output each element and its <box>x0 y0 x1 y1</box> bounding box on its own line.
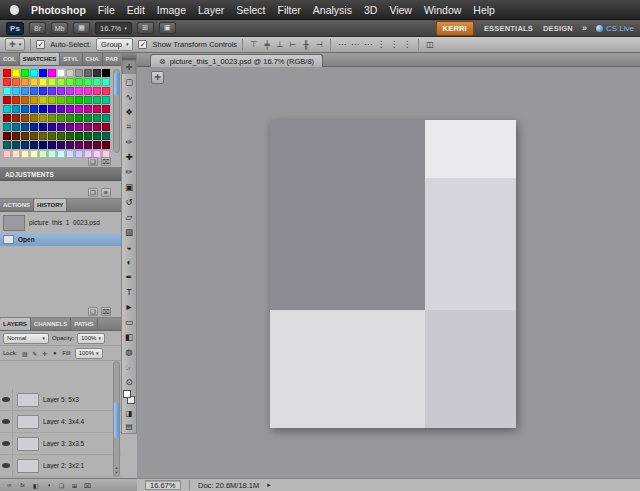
color-swatch[interactable] <box>57 141 65 149</box>
color-swatch[interactable] <box>66 141 74 149</box>
color-swatch[interactable] <box>102 132 110 140</box>
menu-item-photoshop[interactable]: Photoshop <box>25 4 92 16</box>
color-swatch[interactable] <box>30 105 38 113</box>
layer-effects-icon[interactable]: fx <box>18 480 27 490</box>
color-swatch[interactable] <box>12 78 20 86</box>
color-swatch[interactable] <box>48 141 56 149</box>
screen-mode-toggle-button[interactable]: ▤ <box>122 420 136 433</box>
layer-row[interactable]: Layer 3: 3x3.5 <box>0 433 121 455</box>
color-swatch[interactable] <box>93 141 101 149</box>
color-swatch[interactable] <box>12 69 20 77</box>
color-swatch[interactable] <box>30 123 38 131</box>
pen-tool[interactable]: ✒ <box>122 269 136 284</box>
color-swatch[interactable] <box>48 105 56 113</box>
menu-item-help[interactable]: Help <box>467 4 501 16</box>
color-swatch[interactable] <box>21 114 29 122</box>
color-swatch[interactable] <box>12 105 20 113</box>
color-swatch[interactable] <box>30 69 38 77</box>
panel-tab-col[interactable]: COL <box>0 53 20 65</box>
brush-tool[interactable]: ✏ <box>122 164 136 179</box>
align-vertical-centers-icon[interactable]: ╪ <box>261 39 273 51</box>
distribute-top-edges-icon[interactable]: ⋯ <box>336 39 348 51</box>
color-swatch[interactable] <box>39 114 47 122</box>
color-swatch[interactable] <box>21 123 29 131</box>
color-swatch[interactable] <box>84 105 92 113</box>
adjustments-menu-icon[interactable]: ≡ <box>101 188 111 197</box>
color-swatch[interactable] <box>66 105 74 113</box>
quick-mask-mode-button[interactable]: ◨ <box>122 407 136 420</box>
color-swatch[interactable] <box>93 123 101 131</box>
crop-tool[interactable]: ⌗ <box>122 119 136 134</box>
color-swatch[interactable] <box>12 132 20 140</box>
distribute-vertical-centers-icon[interactable]: ⋯ <box>349 39 361 51</box>
launch-mini-bridge-button[interactable]: Mb <box>51 22 68 34</box>
color-swatch[interactable] <box>48 114 56 122</box>
color-swatch[interactable] <box>48 87 56 95</box>
distribute-bottom-edges-icon[interactable]: ⋯ <box>362 39 374 51</box>
panel-tab-swatches[interactable]: SWATCHES <box>20 53 61 65</box>
color-swatch[interactable] <box>39 123 47 131</box>
color-swatch[interactable] <box>66 69 74 77</box>
color-swatch[interactable] <box>3 78 11 86</box>
gradient-tool[interactable]: ▨ <box>122 224 136 239</box>
cs-live-button[interactable]: CS Live <box>596 24 634 33</box>
color-swatch[interactable] <box>39 69 47 77</box>
history-entry[interactable]: picture_this_1_0023.psd <box>0 212 121 233</box>
lock-image-pixels-icon[interactable]: ✎ <box>30 348 39 358</box>
layer-visibility-toggle[interactable] <box>0 455 13 476</box>
color-swatch[interactable] <box>93 132 101 140</box>
color-swatch[interactable] <box>102 105 110 113</box>
history-entry[interactable]: Open <box>0 233 121 246</box>
color-swatch[interactable] <box>84 132 92 140</box>
layer-visibility-toggle[interactable] <box>0 411 13 432</box>
lock-position-icon[interactable]: ✛ <box>40 348 49 358</box>
color-swatch[interactable] <box>75 123 83 131</box>
color-swatch[interactable] <box>21 96 29 104</box>
color-swatch[interactable] <box>48 132 56 140</box>
3d-object-rotate-tool[interactable]: ◧ <box>122 329 136 344</box>
color-swatch[interactable] <box>48 78 56 86</box>
color-swatch[interactable] <box>66 78 74 86</box>
quick-selection-tool[interactable]: ❖ <box>122 104 136 119</box>
new-snapshot-icon[interactable]: ❏ <box>88 307 98 316</box>
color-swatch[interactable] <box>39 105 47 113</box>
status-zoom-field[interactable]: 16.67% <box>145 480 181 490</box>
align-right-edges-icon[interactable]: ⊣ <box>313 39 325 51</box>
color-swatch[interactable] <box>48 150 56 158</box>
delete-layer-icon[interactable]: ⌧ <box>83 480 92 490</box>
adjustments-panel-tab[interactable]: ADJUSTMENTS <box>0 168 121 181</box>
apple-menu-icon[interactable] <box>10 5 19 15</box>
color-swatch[interactable] <box>21 78 29 86</box>
move-tool[interactable]: ✛ <box>122 59 136 74</box>
menu-item-view[interactable]: View <box>383 4 418 16</box>
color-swatch[interactable] <box>84 141 92 149</box>
opacity-select[interactable]: 100% ▾ <box>77 333 105 344</box>
eraser-tool[interactable]: ▱ <box>122 209 136 224</box>
distribute-right-edges-icon[interactable]: ⋮ <box>401 39 413 51</box>
color-swatch[interactable] <box>3 96 11 104</box>
color-swatch[interactable] <box>84 114 92 122</box>
color-swatch[interactable] <box>39 96 47 104</box>
color-swatch[interactable] <box>93 78 101 86</box>
color-swatch[interactable] <box>93 105 101 113</box>
color-swatch[interactable] <box>75 69 83 77</box>
workspace-kerri[interactable]: KERRI <box>436 21 474 36</box>
menu-item-window[interactable]: Window <box>418 4 467 16</box>
color-swatch[interactable] <box>39 132 47 140</box>
menu-item-3d[interactable]: 3D <box>358 4 383 16</box>
clone-stamp-tool[interactable]: ▣ <box>122 179 136 194</box>
new-layer-icon[interactable]: ⊞ <box>70 480 79 490</box>
swatches-scroll-thumb[interactable] <box>114 72 119 96</box>
color-swatch[interactable] <box>84 78 92 86</box>
color-swatch[interactable] <box>30 78 38 86</box>
color-swatch[interactable] <box>3 132 11 140</box>
3d-camera-rotate-tool[interactable]: ◍ <box>122 344 136 359</box>
color-swatch[interactable] <box>84 123 92 131</box>
color-swatch[interactable] <box>75 96 83 104</box>
color-swatch[interactable] <box>75 114 83 122</box>
blend-mode-select[interactable]: Normal ▾ <box>3 333 49 344</box>
layer-row[interactable]: Layer 4: 3x4.4 <box>0 411 121 433</box>
align-top-edges-icon[interactable]: ⊤ <box>248 39 260 51</box>
color-swatch[interactable] <box>30 87 38 95</box>
expand-adjustments-icon[interactable]: ❐ <box>88 188 98 197</box>
